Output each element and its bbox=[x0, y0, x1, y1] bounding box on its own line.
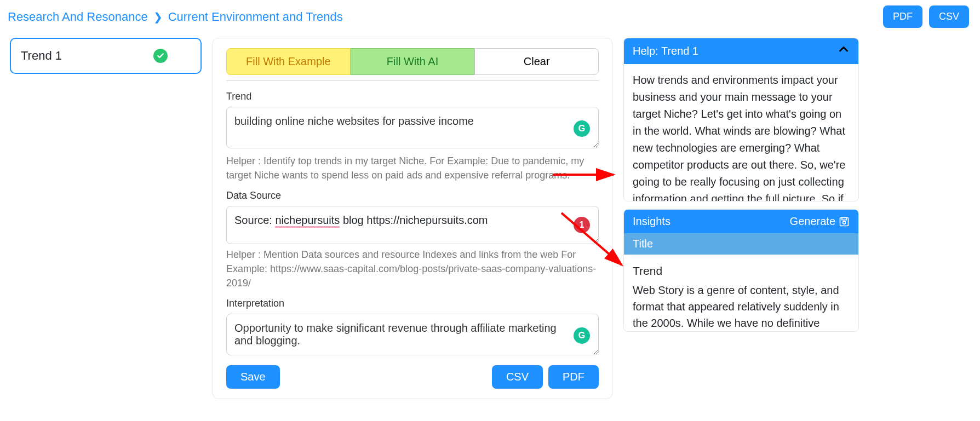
export-csv-button-bottom[interactable]: CSV bbox=[492, 365, 543, 389]
clear-button[interactable]: Clear bbox=[474, 48, 599, 75]
save-disk-icon bbox=[839, 216, 850, 227]
breadcrumb-current[interactable]: Current Environment and Trends bbox=[168, 10, 343, 24]
trend-tab-list: Trend 1 bbox=[10, 38, 202, 399]
insights-panel: Insights Generate Title Trend Web Story … bbox=[623, 209, 859, 332]
trend-input[interactable] bbox=[226, 107, 599, 148]
trend-editor-card: Fill With Example Fill With AI Clear Tre… bbox=[213, 38, 612, 399]
trend-tab-1[interactable]: Trend 1 bbox=[10, 38, 202, 74]
help-panel-body: How trends and environments impact your … bbox=[624, 64, 858, 201]
breadcrumb-parent[interactable]: Research And Resonance bbox=[8, 10, 148, 24]
divider bbox=[226, 80, 599, 81]
grammarly-icon[interactable]: G bbox=[574, 327, 590, 344]
data-source-input[interactable]: Source: nichepursuits blog https://niche… bbox=[226, 206, 599, 244]
spell-underline: nichepursuits bbox=[275, 214, 340, 228]
interpretation-label: Interpretation bbox=[226, 298, 599, 309]
insights-body-heading: Trend bbox=[633, 262, 850, 280]
fill-with-example-button[interactable]: Fill With Example bbox=[226, 48, 351, 75]
save-button[interactable]: Save bbox=[226, 365, 280, 389]
data-source-label: Data Source bbox=[226, 190, 599, 201]
insights-subheader: Title bbox=[624, 233, 858, 255]
insights-body-text: Web Story is a genre of content, style, … bbox=[633, 282, 850, 332]
grammarly-icon[interactable]: G bbox=[574, 120, 590, 137]
trend-tab-label: Trend 1 bbox=[21, 49, 62, 63]
trend-helper-text: Helper : Identify top trends in my targe… bbox=[226, 154, 599, 182]
interpretation-input[interactable] bbox=[226, 314, 599, 355]
help-panel: Help: Trend 1 How trends and environment… bbox=[623, 38, 859, 201]
grammarly-error-badge[interactable]: 1 bbox=[574, 217, 590, 233]
generate-button[interactable]: Generate bbox=[790, 215, 850, 228]
insights-panel-title: Insights bbox=[633, 215, 670, 228]
chevron-right-icon: ❯ bbox=[153, 10, 163, 24]
help-panel-title: Help: Trend 1 bbox=[633, 45, 698, 57]
check-circle-icon bbox=[153, 49, 168, 63]
svg-rect-2 bbox=[842, 217, 846, 220]
data-source-helper-text: Helper : Mention Data sources and resour… bbox=[226, 247, 599, 290]
export-pdf-button-bottom[interactable]: PDF bbox=[548, 365, 599, 389]
chevron-up-icon[interactable] bbox=[838, 44, 850, 59]
svg-point-1 bbox=[843, 221, 846, 224]
export-pdf-button[interactable]: PDF bbox=[883, 5, 922, 28]
insights-body[interactable]: Trend Web Story is a genre of content, s… bbox=[624, 255, 858, 331]
export-csv-button[interactable]: CSV bbox=[929, 5, 969, 28]
fill-with-ai-button[interactable]: Fill With AI bbox=[351, 48, 475, 75]
trend-label: Trend bbox=[226, 91, 599, 102]
breadcrumb: Research And Resonance ❯ Current Environ… bbox=[8, 10, 343, 24]
